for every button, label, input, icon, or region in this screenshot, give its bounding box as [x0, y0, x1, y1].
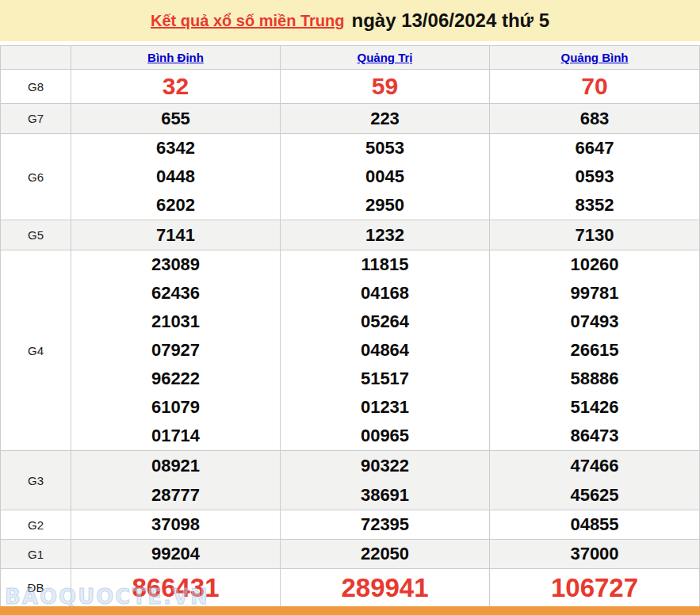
prize-cell-g3-quang-binh: 4746645625: [490, 451, 699, 510]
prize-cell-g8-quang-binh: 70: [490, 70, 699, 103]
prize-number: 26615: [490, 336, 699, 365]
column-header-quang-binh: Quảng Bình: [490, 46, 699, 69]
row-label-g1: G1: [1, 540, 71, 568]
prize-number: 683: [490, 104, 699, 133]
prize-number: 72395: [281, 510, 489, 539]
prize-number: 99781: [490, 279, 699, 308]
page: Kết quả xổ số miền Trung ngày 13/06/2024…: [0, 0, 700, 615]
prize-number: 8352: [490, 191, 699, 220]
prize-number: 08921: [71, 451, 280, 480]
prize-number: 00965: [281, 422, 489, 450]
prize-number: 0448: [71, 162, 280, 191]
prize-cell-g4-quang-binh: 10260997810749326615588865142686473: [490, 250, 699, 450]
prize-number: 59: [281, 70, 489, 103]
prize-row-g6: G6634204486202505300452950664705938352: [1, 134, 699, 220]
results-table-body: G8325970G7655223683G66342044862025053004…: [1, 70, 699, 607]
title-banner: Kết quả xổ số miền Trung ngày 13/06/2024…: [0, 0, 700, 41]
prize-number: 28777: [71, 480, 280, 510]
prize-row-db: ĐB866431289941106727: [1, 569, 699, 607]
prize-number: 38691: [281, 480, 489, 510]
prize-row-g3: G3089212877790322386914746645625: [1, 451, 699, 510]
prize-cell-g7-quang-tri: 223: [281, 104, 490, 133]
prize-cell-db-quang-binh: 106727: [490, 569, 699, 606]
prize-number: 32: [71, 70, 280, 103]
row-label-g3: G3: [1, 451, 71, 510]
prize-number: 10260: [490, 250, 699, 279]
prize-row-g4: G423089624362103107927962226107901714118…: [1, 250, 699, 451]
prize-number: 23089: [71, 250, 280, 279]
prize-number: 99204: [71, 540, 280, 568]
corner-cell: [1, 46, 71, 69]
prize-number: 7130: [490, 220, 699, 250]
prize-number: 61079: [71, 393, 280, 422]
prize-cell-g6-quang-tri: 505300452950: [281, 134, 490, 220]
column-header-quang-tri: Quảng Trị: [281, 46, 490, 69]
prize-number: 37098: [71, 510, 280, 539]
prize-number: 6202: [71, 191, 280, 220]
prize-cell-g1-quang-binh: 37000: [490, 540, 699, 568]
prize-cell-g7-quang-binh: 683: [490, 104, 699, 133]
prize-number: 01714: [71, 422, 280, 450]
prize-number: 86473: [490, 422, 699, 450]
results-title-date: ngày 13/06/2024 thứ 5: [351, 10, 549, 32]
prize-number: 866431: [71, 569, 280, 606]
prize-cell-g6-binh-dinh: 634204486202: [71, 134, 281, 220]
prize-number: 289941: [281, 569, 489, 606]
prize-cell-g3-quang-tri: 9032238691: [281, 451, 490, 510]
column-link-quang-binh[interactable]: Quảng Bình: [561, 51, 629, 64]
prize-number: 7141: [71, 220, 280, 250]
prize-number: 05264: [281, 308, 489, 336]
prize-cell-db-binh-dinh: 866431: [71, 569, 281, 606]
prize-cell-g2-quang-tri: 72395: [281, 510, 490, 539]
prize-number: 21031: [71, 308, 280, 336]
prize-cell-g5-quang-tri: 1232: [281, 220, 490, 250]
prize-cell-g1-quang-tri: 22050: [281, 540, 490, 568]
prize-number: 07927: [71, 336, 280, 365]
prize-cell-g8-quang-tri: 59: [281, 70, 490, 103]
results-table: Bình ĐịnhQuảng TrịQuảng Bình G8325970G76…: [0, 45, 700, 607]
prize-number: 223: [281, 104, 489, 133]
row-label-g2: G2: [1, 510, 71, 539]
prize-number: 6342: [71, 134, 280, 162]
prize-number: 70: [490, 70, 699, 103]
prize-number: 04864: [281, 336, 489, 365]
column-link-quang-tri[interactable]: Quảng Trị: [357, 51, 412, 64]
column-link-binh-dinh[interactable]: Bình Định: [147, 51, 204, 64]
prize-number: 07493: [490, 308, 699, 336]
prize-cell-g2-quang-binh: 04855: [490, 510, 699, 539]
prize-number: 2950: [281, 191, 489, 220]
results-table-header: Bình ĐịnhQuảng TrịQuảng Bình: [1, 46, 699, 70]
prize-number: 655: [71, 104, 280, 133]
prize-number: 106727: [490, 569, 699, 606]
prize-cell-g4-quang-tri: 11815041680526404864515170123100965: [281, 250, 490, 450]
prize-cell-g8-binh-dinh: 32: [71, 70, 281, 103]
prize-number: 45625: [490, 480, 699, 510]
bottom-bar: [0, 606, 700, 615]
prize-cell-g7-binh-dinh: 655: [71, 104, 281, 133]
prize-number: 0045: [281, 162, 489, 191]
prize-number: 04168: [281, 279, 489, 308]
row-label-g8: G8: [1, 70, 71, 103]
prize-cell-g3-binh-dinh: 0892128777: [71, 451, 281, 510]
prize-number: 1232: [281, 220, 489, 250]
prize-cell-g4-binh-dinh: 23089624362103107927962226107901714: [71, 250, 281, 450]
prize-number: 5053: [281, 134, 489, 162]
row-label-g5: G5: [1, 220, 71, 250]
prize-cell-g1-binh-dinh: 99204: [71, 540, 281, 568]
prize-number: 37000: [490, 540, 699, 568]
prize-row-g5: G5714112327130: [1, 220, 699, 250]
prize-number: 51517: [281, 365, 489, 393]
row-label-g4: G4: [1, 250, 71, 450]
results-title-link[interactable]: Kết quả xổ số miền Trung: [151, 12, 344, 30]
prize-number: 96222: [71, 365, 280, 393]
prize-number: 01231: [281, 393, 489, 422]
prize-number: 6647: [490, 134, 699, 162]
prize-number: 0593: [490, 162, 699, 191]
prize-cell-db-quang-tri: 289941: [281, 569, 490, 606]
prize-number: 22050: [281, 540, 489, 568]
prize-row-g8: G8325970: [1, 70, 699, 104]
row-label-g7: G7: [1, 104, 71, 133]
prize-number: 04855: [490, 510, 699, 539]
prize-number: 11815: [281, 250, 489, 279]
prize-cell-g5-quang-binh: 7130: [490, 220, 699, 250]
